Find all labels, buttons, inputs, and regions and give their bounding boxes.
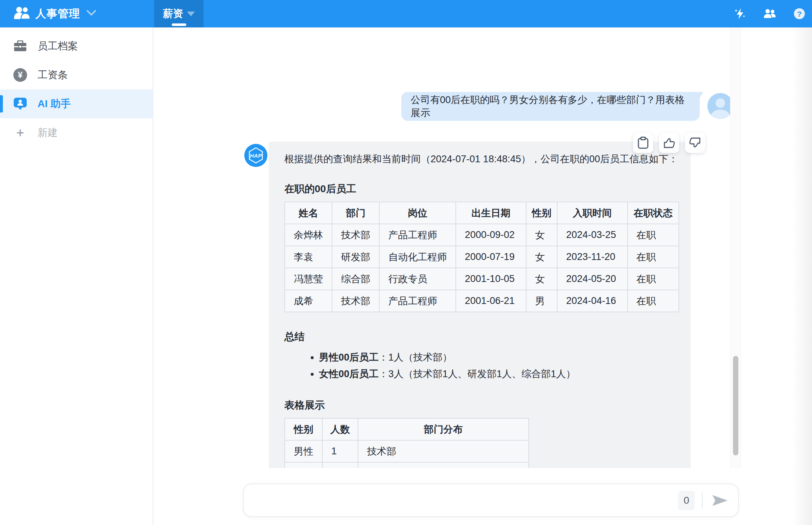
cell-department: 技术部 [332,290,379,312]
top-header: 人事管理 薪资 ? [0,0,812,27]
people-logo-icon [14,6,30,21]
cell-gender: 男性 [285,440,322,462]
thumbs-down-icon [689,137,701,149]
cell-department: 技术部 [332,224,379,246]
table-row: 冯慧莹 综合部 行政专员 2001-10-05 女 2024-05-20 在职 [285,268,679,290]
table-header-cell: 出生日期 [456,202,526,224]
table-row: 女性 3 技术部1人、研发部1人、综合部1人 [285,462,529,468]
sidebar-item-label: 新建 [38,126,58,140]
chat-message-area: 公司有00后在职的吗？男女分别各有多少，在哪些部门？用表格展示 [153,27,812,468]
gender-summary-table: 性别人数部门分布 男性 1 技术部 女性 3 技术部1人、研发部1人、综合部1人 [284,418,529,468]
cell-birthdate: 2000-09-02 [456,224,526,246]
thumbs-down-button[interactable] [685,133,705,153]
app-brand[interactable]: 人事管理 [14,0,96,27]
sidebar-item-ai-assistant[interactable]: AI 助手 [0,89,153,118]
message-composer: 0 [243,484,739,517]
scrollbar-thumb[interactable] [733,356,738,455]
yuan-circle-icon: ¥ [12,68,28,82]
cell-hire-date: 2024-03-25 [557,224,628,246]
clipboard-icon [638,137,649,149]
plus-icon: + [12,126,28,140]
cell-department: 研发部 [332,246,379,268]
assistant-message-bubble: 根据提供的查询结果和当前时间（2024-07-01 18:48:45），公司在职… [269,142,691,468]
tab-caret-down-icon [187,12,195,16]
table-row: 余烨林 技术部 产品工程师 2000-09-02 女 2024-03-25 在职 [285,224,679,246]
sidebar-item-employee-files[interactable]: 员工档案 [0,32,153,61]
summary-bullet: 女性00后员工：3人（技术部1人、研发部1人、综合部1人） [319,366,679,382]
section-title-employees: 在职的00后员工 [284,182,679,196]
briefcase-icon [12,40,28,52]
cell-gender: 女 [526,224,557,246]
ai-chat-icon [12,97,28,110]
message-actions [633,133,705,153]
avatar-head-shape [716,98,725,108]
thumbs-up-icon [663,137,675,149]
cell-status: 在职 [628,290,679,312]
send-icon [712,494,728,507]
table-header-cell: 人数 [322,418,358,440]
cell-position: 产品工程师 [379,290,456,312]
sidebar-item-payslip[interactable]: ¥ 工资条 [0,61,153,89]
app-title: 人事管理 [35,6,80,21]
chat-input[interactable] [254,490,678,511]
send-button[interactable] [710,492,730,509]
tab-active-underline [172,23,186,26]
table-header-cell: 部门分布 [358,418,529,440]
employees-table-header-row: 姓名部门岗位出生日期性别入职时间在职状态 [285,202,679,224]
cell-distribution: 技术部1人、研发部1人、综合部1人 [358,462,529,468]
summary-list: 男性00后员工：1人（技术部） 女性00后员工：3人（技术部1人、研发部1人、综… [284,349,679,382]
assistant-avatar: HAP [244,144,267,167]
summary-bullet: 男性00后员工：1人（技术部） [319,349,679,366]
cell-position: 行政专员 [379,268,456,290]
cell-count: 3 [322,462,358,468]
cell-status: 在职 [628,246,679,268]
members-icon[interactable] [764,8,776,20]
composer-divider [702,493,703,508]
table-header-cell: 部门 [332,202,379,224]
table-header-cell: 姓名 [285,202,332,224]
active-indicator-bar [0,95,3,112]
assistant-intro-text: 根据提供的查询结果和当前时间（2024-07-01 18:48:45），公司在职… [284,151,679,167]
table-header-cell: 入职时间 [557,202,628,224]
user-avatar [707,93,733,119]
table-header-cell: 性别 [285,418,322,440]
cell-count: 1 [322,440,358,462]
cell-position: 产品工程师 [379,224,456,246]
table-header-cell: 岗位 [379,202,456,224]
cell-birthdate: 2001-10-05 [456,268,526,290]
magic-bolt-icon[interactable] [734,8,746,20]
table-header-cell: 性别 [526,202,557,224]
sidebar-item-new-chat[interactable]: + 新建 [0,118,153,147]
cell-hire-date: 2024-04-16 [557,290,628,312]
user-message-bubble: 公司有00后在职的吗？男女分别各有多少，在哪些部门？用表格展示 [401,92,700,121]
sidebar-item-label: 员工档案 [38,39,78,53]
user-message-text: 公司有00后在职的吗？男女分别各有多少，在哪些部门？用表格展示 [411,93,690,119]
table-row: 李袁 研发部 自动化工程师 2000-07-19 女 2023-11-20 在职 [285,246,679,268]
sidebar: 员工档案 ¥ 工资条 AI 助手 + 新建 [0,27,153,525]
avatar-body-shape [711,110,730,119]
employees-table: 姓名部门岗位出生日期性别入职时间在职状态 余烨林 技术部 产品工程师 2000-… [284,202,679,312]
svg-text:?: ? [797,10,802,18]
hap-logo-icon: HAP [248,147,264,164]
cell-department: 综合部 [332,268,379,290]
table-row: 男性 1 技术部 [285,440,529,462]
thumbs-up-button[interactable] [659,133,679,153]
cell-name: 余烨林 [285,224,332,246]
cell-birthdate: 2001-06-21 [456,290,526,312]
cell-status: 在职 [628,268,679,290]
help-icon[interactable]: ? [793,8,806,20]
sidebar-item-label: 工资条 [38,68,68,82]
tab-salary[interactable]: 薪资 [154,0,204,27]
cell-name: 成希 [285,290,332,312]
cell-position: 自动化工程师 [379,246,456,268]
cell-gender: 女性 [285,462,322,468]
copy-button[interactable] [633,133,653,153]
table-header-cell: 在职状态 [628,202,679,224]
cell-name: 李袁 [285,246,332,268]
gender-table-header-row: 性别人数部门分布 [285,418,529,440]
section-title-summary: 总结 [284,330,679,344]
table-row: 成希 技术部 产品工程师 2001-06-21 男 2024-04-16 在职 [285,290,679,312]
char-count-badge: 0 [678,491,695,510]
section-title-table-display: 表格展示 [284,398,679,412]
cell-birthdate: 2000-07-19 [456,246,526,268]
